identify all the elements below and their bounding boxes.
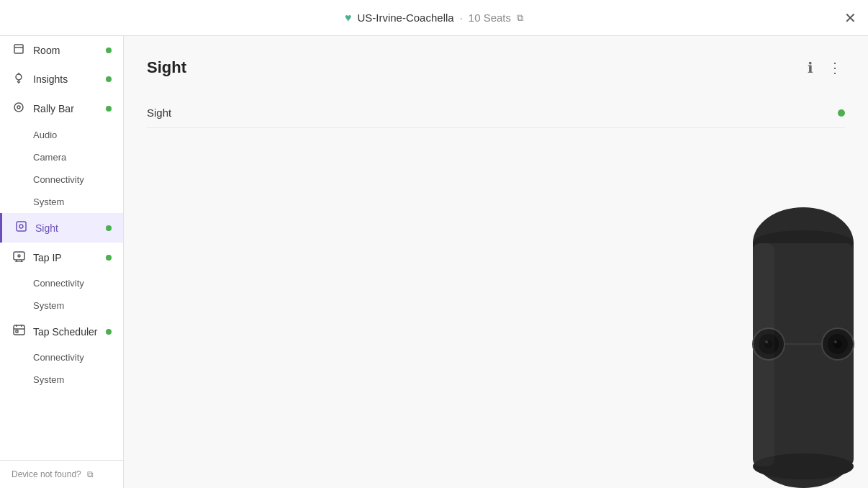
tap-scheduler-icon [12, 324, 26, 339]
svg-rect-18 [16, 330, 18, 333]
sidebar-item-tap-ip[interactable]: Tap IP [0, 243, 123, 272]
sidebar-item-rally-bar[interactable]: Rally Bar [0, 94, 123, 124]
content-area: Sight ℹ ⋮ Sight [124, 36, 868, 488]
svg-rect-9 [14, 252, 24, 260]
svg-point-6 [17, 106, 20, 109]
sidebar-sub-system-ts[interactable]: System [0, 369, 123, 391]
sidebar-footer: Device not found? ⧉ [0, 460, 123, 488]
device-not-found-link[interactable]: ⧉ [87, 469, 94, 479]
sidebar-rally-bar-label: Rally Bar [33, 103, 74, 114]
top-bar: ♥ US-Irvine-Coachella · 10 Seats ⧉ ✕ [0, 0, 868, 36]
separator: · [460, 12, 463, 24]
svg-point-13 [18, 255, 20, 257]
device-image [738, 186, 868, 488]
more-options-button[interactable]: ⋮ [825, 58, 845, 78]
sight-row-label: Sight [147, 107, 838, 119]
svg-rect-32 [753, 243, 774, 466]
sidebar-item-tap-scheduler[interactable]: Tap Scheduler [0, 317, 123, 346]
sidebar-sub-connectivity-rb[interactable]: Connectivity [0, 168, 123, 191]
svg-rect-7 [17, 222, 26, 231]
content-actions: ℹ ⋮ [805, 58, 845, 78]
sidebar-sub-system-tip[interactable]: System [0, 294, 123, 317]
svg-point-2 [16, 74, 22, 80]
sidebar-sub-system-rb[interactable]: System [0, 191, 123, 213]
sidebar-sub-audio[interactable]: Audio [0, 124, 123, 146]
sidebar-sight-label: Sight [35, 222, 58, 234]
sidebar-room-label: Room [33, 45, 60, 56]
sidebar-sub-camera[interactable]: Camera [0, 146, 123, 168]
top-bar-title: ♥ US-Irvine-Coachella · 10 Seats ⧉ [345, 12, 523, 24]
tap-ip-status-dot [106, 255, 112, 261]
main-layout: Room Insights Rally Ba [0, 36, 868, 488]
close-button[interactable]: ✕ [844, 11, 856, 25]
tap-scheduler-status-dot [106, 329, 112, 335]
page-title: Sight [147, 58, 186, 77]
svg-point-5 [14, 103, 23, 112]
rally-bar-status-dot [106, 106, 112, 112]
sight-row: Sight [147, 98, 845, 128]
heart-icon: ♥ [345, 12, 352, 24]
svg-point-8 [19, 225, 23, 228]
rally-bar-icon [12, 101, 26, 117]
sidebar-item-room[interactable]: Room [0, 36, 123, 65]
sidebar-sub-connectivity-ts[interactable]: Connectivity [0, 346, 123, 369]
device-not-found-label: Device not found? [12, 469, 81, 479]
sidebar-tap-ip-label: Tap IP [33, 252, 62, 263]
sight-camera-svg [746, 200, 861, 488]
sight-icon [14, 220, 28, 235]
info-button[interactable]: ℹ [805, 58, 816, 78]
insights-icon [12, 72, 26, 86]
tap-ip-icon [12, 250, 26, 265]
room-status-dot [106, 48, 112, 53]
insights-status-dot [106, 76, 112, 82]
workspace-name: US-Irvine-Coachella [357, 12, 453, 24]
sidebar-tap-scheduler-label: Tap Scheduler [33, 326, 98, 338]
sight-status-dot [106, 225, 112, 231]
svg-rect-14 [14, 325, 24, 335]
content-header: Sight ℹ ⋮ [147, 58, 845, 78]
seats-count: 10 Seats [469, 12, 511, 24]
sight-row-status-dot [838, 109, 845, 117]
sidebar-insights-label: Insights [33, 73, 68, 85]
sidebar-item-sight[interactable]: Sight [0, 213, 123, 243]
svg-rect-0 [14, 45, 23, 53]
svg-point-30 [834, 340, 837, 343]
external-link-icon[interactable]: ⧉ [517, 12, 523, 24]
sidebar-sub-connectivity-tip[interactable]: Connectivity [0, 272, 123, 294]
room-icon [12, 43, 26, 58]
sidebar-item-insights[interactable]: Insights [0, 65, 123, 94]
sidebar: Room Insights Rally Ba [0, 36, 124, 488]
